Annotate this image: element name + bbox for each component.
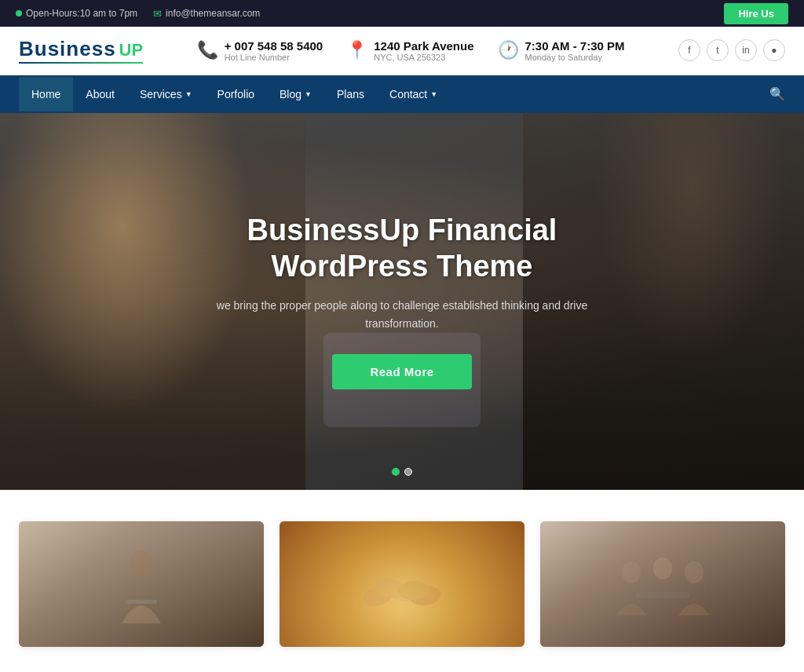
instagram-icon[interactable]: ● xyxy=(763,39,785,61)
email-info: ✉ info@themeansar.com xyxy=(153,8,260,20)
hero-dot-1[interactable] xyxy=(392,468,400,476)
blog-dropdown-arrow: ▼ xyxy=(305,90,312,98)
svg-rect-10 xyxy=(635,592,690,598)
hero-content: BusinessUp Financial WordPress Theme we … xyxy=(182,213,622,389)
nav-links: Home About Services ▼ Porfolio Blog ▼ Pl… xyxy=(19,77,450,111)
hero-title: BusinessUp Financial WordPress Theme xyxy=(198,213,606,284)
hero-slider-dots xyxy=(392,468,412,476)
read-more-button[interactable]: Read More xyxy=(332,354,471,389)
logo-up-text: UP xyxy=(119,41,144,60)
facebook-icon[interactable]: f xyxy=(678,39,700,61)
logo[interactable]: Business UP xyxy=(19,38,143,64)
card-2-overlay xyxy=(280,521,524,647)
phone-label: Hot Line Number xyxy=(225,53,323,62)
hero-subtitle: we bring the proper people along to chal… xyxy=(198,297,606,332)
svg-point-8 xyxy=(685,561,704,583)
address-line2: NYC, USA 256323 xyxy=(374,53,473,62)
card-3[interactable] xyxy=(540,521,785,647)
nav-item-home[interactable]: Home xyxy=(19,77,73,111)
open-hours: Open-Hours:10 am to 7pm xyxy=(16,8,137,19)
nav-item-services[interactable]: Services ▼ xyxy=(127,77,205,111)
svg-rect-1 xyxy=(126,600,157,604)
contact-dropdown-arrow: ▼ xyxy=(430,90,437,98)
twitter-icon[interactable]: t xyxy=(707,39,729,61)
site-header: Business UP 📞 + 007 548 58 5400 Hot Line… xyxy=(0,27,804,75)
main-nav: Home About Services ▼ Porfolio Blog ▼ Pl… xyxy=(0,75,804,113)
clock-icon: 🕐 xyxy=(498,40,519,60)
nav-item-portfolio[interactable]: Porfolio xyxy=(205,77,267,111)
address-info: 📍 1240 Park Avenue NYC, USA 256323 xyxy=(346,39,473,62)
nav-item-contact[interactable]: Contact ▼ xyxy=(377,77,450,111)
phone-info: 📞 + 007 548 58 5400 Hot Line Number xyxy=(197,39,323,62)
hours-time: 7:30 AM - 7:30 PM xyxy=(525,39,625,53)
services-dropdown-arrow: ▼ xyxy=(185,90,192,98)
top-bar: Open-Hours:10 am to 7pm ✉ info@themeansa… xyxy=(0,0,804,27)
nav-item-plans[interactable]: Plans xyxy=(324,77,377,111)
mail-icon: ✉ xyxy=(153,8,162,20)
phone-number: + 007 548 58 5400 xyxy=(225,39,323,53)
phone-icon: 📞 xyxy=(197,40,218,60)
svg-point-0 xyxy=(130,550,153,579)
hire-us-button[interactable]: Hire Us xyxy=(724,3,788,24)
cards-row xyxy=(19,521,785,647)
nav-item-about[interactable]: About xyxy=(73,77,127,111)
top-bar-left: Open-Hours:10 am to 7pm ✉ info@themeansa… xyxy=(16,8,260,20)
location-icon: 📍 xyxy=(346,40,367,60)
card-1[interactable] xyxy=(19,521,264,647)
card-1-overlay xyxy=(19,521,264,647)
social-links: f t in ● xyxy=(678,39,785,61)
address-line1: 1240 Park Avenue xyxy=(374,39,473,53)
logo-business: Business xyxy=(19,38,116,60)
search-icon[interactable]: 🔍 xyxy=(769,86,785,101)
card-3-overlay xyxy=(540,521,785,647)
card-2[interactable] xyxy=(280,521,524,647)
cards-section xyxy=(0,490,804,663)
hero-dot-2[interactable] xyxy=(404,468,412,476)
hero-section: BusinessUp Financial WordPress Theme we … xyxy=(0,113,804,490)
linkedin-icon[interactable]: in xyxy=(735,39,757,61)
nav-item-blog[interactable]: Blog ▼ xyxy=(267,77,324,111)
svg-point-7 xyxy=(622,561,641,583)
open-indicator xyxy=(16,10,22,16)
svg-point-9 xyxy=(653,557,672,579)
hours-days: Monday to Saturday xyxy=(525,53,625,62)
header-contact-info: 📞 + 007 548 58 5400 Hot Line Number 📍 12… xyxy=(197,39,625,62)
hours-info: 🕐 7:30 AM - 7:30 PM Monday to Saturday xyxy=(498,39,625,62)
